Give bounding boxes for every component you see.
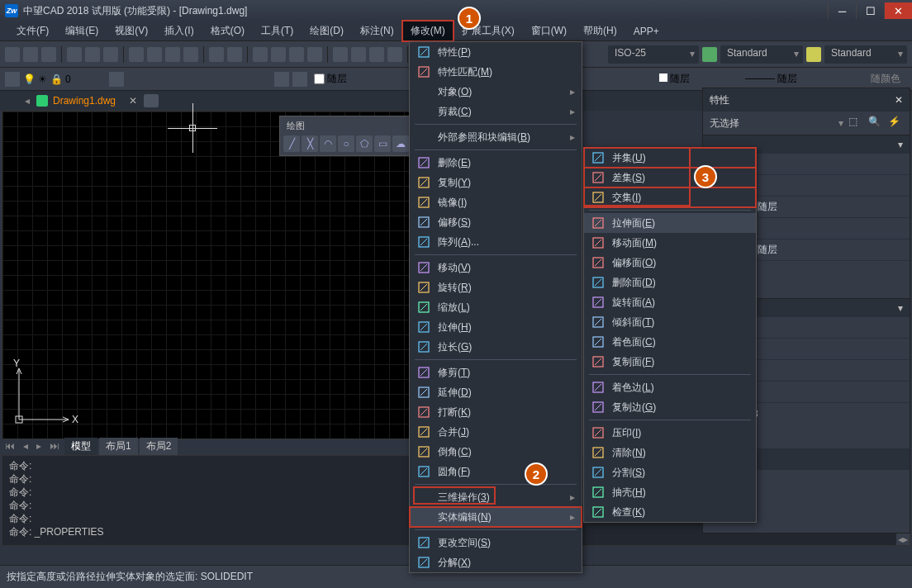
- menu-item-delf[interactable]: 删除面(D): [584, 273, 756, 292]
- textstyle-combo[interactable]: Standard: [720, 45, 803, 64]
- menu-item-subtract[interactable]: 差集(S): [584, 168, 756, 187]
- menu-item-movef[interactable]: 移动面(M): [584, 233, 756, 253]
- menu-item-shell[interactable]: 抽壳(H): [584, 482, 756, 502]
- menu-item-offf[interactable]: 偏移面(O): [584, 253, 756, 273]
- menu-item-move[interactable]: 移动(V): [410, 258, 582, 277]
- selection-combo[interactable]: 无选择: [710, 116, 834, 130]
- designcenter-icon[interactable]: [351, 47, 366, 62]
- menu-item-trim[interactable]: 修剪(T): [410, 363, 582, 382]
- xline-icon[interactable]: ╳: [302, 135, 318, 152]
- tab-model[interactable]: 模型: [64, 438, 97, 455]
- zoomwin-icon[interactable]: [289, 47, 304, 62]
- menu-item-join[interactable]: 合并(J): [410, 422, 582, 442]
- menu-文件F[interactable]: 文件(F): [8, 21, 57, 41]
- tab-layout2[interactable]: 布局2: [140, 438, 178, 455]
- redo-icon[interactable]: [227, 47, 242, 62]
- line-icon[interactable]: ╱: [283, 135, 300, 152]
- menu-item-mirror[interactable]: 镜像(I): [410, 192, 582, 212]
- circle-icon[interactable]: ○: [338, 135, 354, 152]
- properties-close-icon[interactable]: ✕: [895, 94, 903, 106]
- doc-tab-drawing1[interactable]: Drawing1.dwg ✕: [36, 95, 137, 107]
- calc-icon[interactable]: [387, 47, 402, 62]
- maximize-button[interactable]: ☐: [856, 2, 884, 19]
- tab-prev-icon[interactable]: ◂: [20, 440, 31, 452]
- color-combo[interactable]: 随层: [659, 72, 742, 86]
- menu-帮助H[interactable]: 帮助(H): [575, 21, 625, 41]
- menu-APP+[interactable]: APP+: [625, 22, 667, 40]
- menu-item-erase[interactable]: 删除(E): [410, 153, 582, 173]
- menu-item-scale[interactable]: 缩放(L): [410, 297, 582, 317]
- menu-item-sep[interactable]: 分割(S): [584, 462, 756, 482]
- close-button[interactable]: ✕: [884, 2, 912, 19]
- menu-item-copy[interactable]: 复制(Y): [410, 173, 582, 192]
- quickselect-icon[interactable]: 🔍: [868, 116, 883, 130]
- menu-item-intersect[interactable]: 交集(I): [584, 187, 756, 207]
- print-icon[interactable]: [67, 47, 82, 62]
- menu-item-fillet[interactable]: 圆角(F): [410, 462, 582, 481]
- menu-item-copye[interactable]: 复制边(G): [584, 397, 756, 417]
- undo-icon[interactable]: [209, 47, 224, 62]
- save-icon[interactable]: [41, 47, 56, 62]
- menu-编辑E[interactable]: 编辑(E): [57, 21, 107, 41]
- menu-item-colore[interactable]: 着色边(L): [584, 377, 756, 397]
- menu-格式O[interactable]: 格式(O): [202, 21, 253, 41]
- menu-item-copyf[interactable]: 复制面(F): [584, 352, 756, 372]
- menu-item-chamfer[interactable]: 倒角(C): [410, 442, 582, 462]
- drawing-canvas[interactable]: YX: [2, 111, 411, 439]
- menu-item-rotate[interactable]: 旋转(R): [410, 277, 582, 297]
- new-tab-icon[interactable]: [144, 94, 159, 107]
- props-icon[interactable]: [333, 47, 348, 62]
- menu-item-对象(O)[interactable]: 对象(O)▸: [410, 82, 582, 102]
- minimize-button[interactable]: ─: [828, 2, 856, 19]
- preview-icon[interactable]: [85, 47, 100, 62]
- close-tab-icon[interactable]: ✕: [129, 95, 137, 107]
- menu-item-外部参照和块编辑(B)[interactable]: 外部参照和块编辑(B)▸: [410, 127, 582, 147]
- revcloud-icon[interactable]: ☁: [392, 135, 409, 152]
- linetype-combo[interactable]: ——— 随层: [745, 72, 861, 86]
- menu-工具T[interactable]: 工具(T): [253, 21, 302, 41]
- menu-item-剪裁(C)[interactable]: 剪裁(C)▸: [410, 102, 582, 121]
- layer-combo[interactable]: 💡 ☀ 🔒 0: [23, 74, 106, 85]
- arc-icon[interactable]: ◠: [320, 135, 336, 152]
- paste-icon[interactable]: [165, 47, 180, 62]
- menu-item-rotf[interactable]: 旋转面(A): [584, 292, 756, 312]
- textstyle-icon[interactable]: [806, 47, 821, 62]
- menu-item-colorf[interactable]: 着色面(C): [584, 332, 756, 352]
- menu-窗口W[interactable]: 窗口(W): [523, 21, 575, 41]
- tablestyle-combo[interactable]: Standard: [824, 45, 907, 64]
- pan-icon[interactable]: [253, 47, 268, 62]
- open-icon[interactable]: [23, 47, 38, 62]
- menu-标注N[interactable]: 标注(N): [352, 21, 402, 41]
- tab-last-icon[interactable]: ⏭: [46, 440, 63, 452]
- menu-item-lengthen[interactable]: 拉长(G): [410, 337, 582, 357]
- dimstyle-icon[interactable]: [702, 47, 717, 62]
- menu-item-match[interactable]: 特性匹配(M): [410, 62, 582, 82]
- publish-icon[interactable]: [103, 47, 118, 62]
- toolpalette-icon[interactable]: [369, 47, 384, 62]
- matchprops-icon[interactable]: [183, 47, 198, 62]
- layerprops-icon[interactable]: [5, 72, 20, 87]
- zoom-icon[interactable]: [271, 47, 286, 62]
- menu-item-三维操作(3)[interactable]: 三维操作(3)▸: [410, 487, 582, 507]
- rect-icon[interactable]: ▭: [374, 135, 391, 152]
- flash-icon[interactable]: ⚡: [888, 116, 903, 130]
- menu-item-space[interactable]: 更改空间(S): [410, 533, 582, 552]
- pickadd-icon[interactable]: ⬚: [848, 116, 863, 130]
- menu-绘图D[interactable]: 绘图(D): [302, 21, 352, 41]
- draw-toolbar[interactable]: 绘图 ╱ ╳ ◠ ○ ⬠ ▭ ☁: [279, 116, 413, 156]
- tab-layout1[interactable]: 布局1: [99, 438, 138, 455]
- menu-item-stretch[interactable]: 拉伸(H): [410, 317, 582, 337]
- menu-插入I[interactable]: 插入(I): [156, 21, 202, 41]
- menu-item-explode[interactable]: 分解(X): [410, 552, 582, 572]
- new-icon[interactable]: [5, 47, 20, 62]
- menu-item-extrf[interactable]: 拉伸面(E): [584, 213, 756, 233]
- menu-item-offset[interactable]: 偏移(S): [410, 212, 582, 232]
- linetype2-icon[interactable]: [292, 72, 307, 87]
- menu-item-taperf[interactable]: 倾斜面(T): [584, 312, 756, 332]
- menu-item-union[interactable]: 并集(U): [584, 148, 756, 168]
- menu-item-实体编辑(N)[interactable]: 实体编辑(N)▸: [410, 507, 582, 527]
- tab-first-icon[interactable]: ⏮: [2, 440, 18, 452]
- zoomprev-icon[interactable]: [307, 47, 322, 62]
- tab-next-icon[interactable]: ▸: [33, 440, 45, 452]
- layer2-icon[interactable]: [109, 72, 124, 87]
